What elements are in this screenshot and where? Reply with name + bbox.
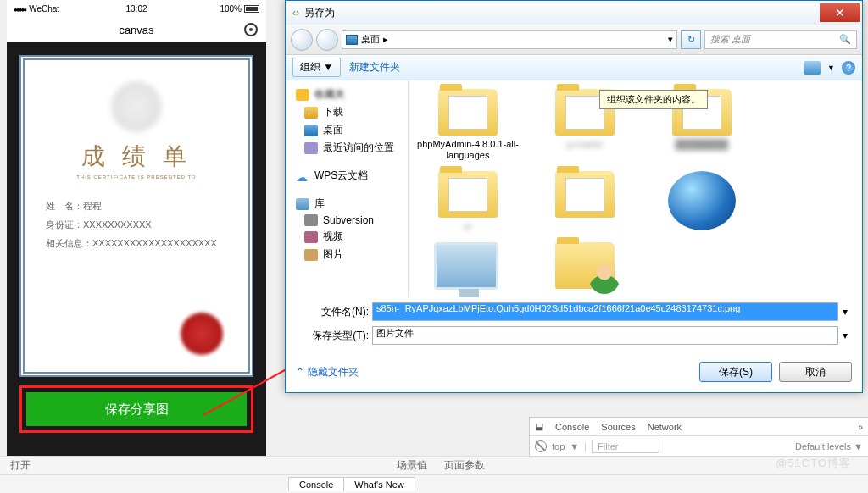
id-label: 身份证： [46,219,83,230]
watermark: @51CTO博客 [776,456,851,471]
filename-input[interactable]: s85n-_RyAPJqxazLbMPjEto.Quh5gd0H02Sd51db… [372,302,838,321]
dialog-navbar: 桌面 ▸ ▾ ↻ 搜索 桌面 🔍 [286,25,862,55]
video-icon [304,231,318,243]
cancel-button[interactable]: 取消 [779,362,852,382]
search-input[interactable]: 搜索 桌面 🔍 [704,30,857,49]
certificate-info: 姓 名：程程 身份证：XXXXXXXXXXX 相关信息：XXXXXXXXXXXX… [37,197,236,252]
chevron-down-icon[interactable]: ▾ [668,34,673,45]
new-folder-button[interactable]: 新建文件夹 [349,60,400,75]
name-value: 程程 [83,201,102,211]
search-icon[interactable]: 🔍 [839,34,851,45]
phone-statusbar: WeChat 13:02 100% [7,0,266,17]
file-grid[interactable]: phpMyAdmin-4.8.0.1-all-languages g-maste… [409,80,862,297]
save-share-button[interactable]: 保存分享图 [26,392,247,426]
chevron-down-icon[interactable]: ▼ [570,441,579,451]
save-button[interactable]: 保存(S) [699,362,772,382]
tab-console-bottom[interactable]: Console [288,477,344,491]
refresh-button[interactable]: ↻ [681,30,701,49]
id-value: XXXXXXXXXXX [83,219,152,230]
seal-icon [181,313,223,355]
folder-item[interactable]: phpMyAdmin-4.8.0.1-all-languages [417,89,519,161]
tab-console[interactable]: Console [555,422,589,432]
battery-label: 100% [220,4,242,14]
user-folder-item[interactable] [534,242,636,297]
phone-body: 成 绩 单 THIS CERTIFICATE IS PRESENTED TO 姓… [7,42,266,446]
chevron-down-icon[interactable]: ▾ [838,306,852,318]
params-label[interactable]: 页面参数 [444,458,485,473]
devtools-expand-icon[interactable]: ⬓ [535,421,543,432]
context-select[interactable]: top [552,441,565,451]
monitor-icon [434,242,502,297]
user-folder-icon [555,242,615,289]
page-title: canvas [119,24,153,36]
tree-recent[interactable]: 最近访问的位置 [289,139,404,157]
dialog-header: ‹› 另存为 ✕ [286,1,862,25]
chevron-down-icon[interactable]: ▾ [838,330,852,341]
dialog-body: 收藏夹 下载 桌面 最近访问的位置 ☁WPS云文档 库 Subversion 视… [286,80,862,297]
view-mode-button[interactable] [804,61,821,75]
chevron-down-icon: ▼ [323,61,333,73]
download-icon [304,107,318,119]
share-button-highlight: 保存分享图 [19,385,253,433]
certificate-badge-icon [111,81,162,132]
levels-select[interactable]: Default levels ▼ [795,441,863,451]
subversion-icon [304,214,318,226]
cloud-icon: ☁ [296,170,309,182]
more-tabs-icon[interactable]: » [858,422,863,432]
tree-desktop[interactable]: 桌面 [289,121,404,139]
tree-downloads[interactable]: 下载 [289,103,404,121]
filename-label: 文件名(N): [296,305,372,319]
tree-subversion[interactable]: Subversion [289,213,404,228]
clear-icon[interactable] [535,440,547,452]
chevron-right-icon[interactable]: ▸ [383,34,388,45]
close-button[interactable]: ✕ [820,3,860,22]
certificate-title: 成 绩 单 [37,141,236,173]
back-button[interactable] [291,29,313,51]
hide-folders-toggle[interactable]: ⌃隐藏文件夹 [296,365,359,379]
filter-input[interactable]: Filter [592,440,659,453]
open-label[interactable]: 打开 [10,458,31,473]
forward-button[interactable] [316,29,338,51]
computer-item[interactable] [417,242,519,297]
organize-tooltip: 组织该文件夹的内容。 [599,90,708,109]
folder-tree: 收藏夹 下载 桌面 最近访问的位置 ☁WPS云文档 库 Subversion 视… [286,80,409,297]
certificate-card: 成 绩 单 THIS CERTIFICATE IS PRESENTED TO 姓… [19,55,253,377]
name-label: 姓 名： [46,201,83,211]
globe-icon [668,171,736,230]
time-label: 13:02 [125,4,147,14]
scene-label[interactable]: 场景值 [397,458,427,473]
dialog-footer: ⌃隐藏文件夹 保存(S) 取消 [286,355,862,392]
tree-library[interactable]: 库 [289,195,404,213]
battery-icon [244,5,259,13]
tree-video[interactable]: 视频 [289,228,404,246]
organize-button[interactable]: 组织 ▼ [292,58,341,77]
tab-network[interactable]: Network [648,422,682,432]
search-placeholder: 搜索 桌面 [710,33,750,46]
desktop-icon [304,125,318,136]
tab-sources[interactable]: Sources [601,422,635,432]
folder-item[interactable] [534,171,636,232]
target-icon[interactable] [244,23,258,36]
devtools-bottom-tabs: Console What's New [0,474,868,493]
folder-icon [438,171,498,218]
dialog-fields: 文件名(N): s85n-_RyAPJqxazLbMPjEto.Quh5gd0H… [286,297,862,355]
folder-item[interactable]: er [417,171,519,232]
tree-wps[interactable]: ☁WPS云文档 [289,167,404,185]
phone-simulator: WeChat 13:02 100% canvas 成 绩 单 THIS CERT… [7,0,266,457]
tree-images[interactable]: 图片 [289,246,404,263]
breadcrumb[interactable]: 桌面 [361,33,380,46]
info-label: 相关信息： [46,238,92,248]
certificate-subtitle: THIS CERTIFICATE IS PRESENTED TO [37,174,236,180]
save-as-dialog: ‹› 另存为 ✕ 桌面 ▸ ▾ ↻ 搜索 桌面 🔍 组织 ▼ 新建文件夹 ▼ ?… [285,0,863,393]
chevron-up-icon: ⌃ [296,366,304,378]
tree-favorites[interactable]: 收藏夹 [289,86,404,103]
tab-whatsnew[interactable]: What's New [343,477,415,491]
filetype-select[interactable]: 图片文件 [372,326,838,345]
info-value: XXXXXXXXXXXXXXXXXXXX [92,238,217,248]
chevron-down-icon[interactable]: ▼ [827,64,835,72]
network-item[interactable] [651,171,753,232]
devtools-panel: ⬓ Console Sources Network » top ▼ | Filt… [529,417,868,456]
address-bar[interactable]: 桌面 ▸ ▾ [342,30,677,49]
help-button[interactable]: ? [842,61,855,75]
phone-titlebar: canvas [7,17,266,42]
